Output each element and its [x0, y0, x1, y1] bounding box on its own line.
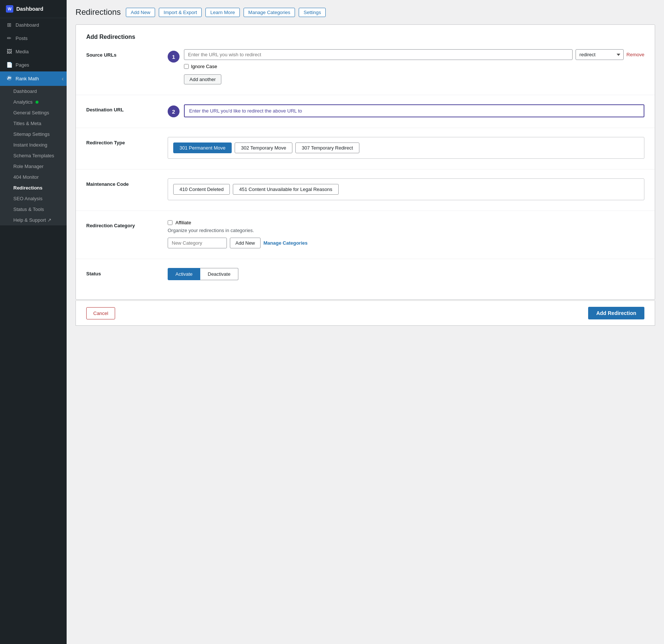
type-302-button[interactable]: 302 Temporary Move — [235, 142, 292, 153]
add-new-button[interactable]: Add New — [126, 8, 155, 17]
sidebar-item-sub-schema[interactable]: Schema Templates — [0, 150, 67, 161]
sub-label: General Settings — [13, 110, 49, 115]
sidebar-submenu: Dashboard Analytics General Settings Tit… — [0, 86, 67, 225]
step-2-badge: 2 — [168, 105, 180, 117]
manage-categories-link[interactable]: Manage Categories — [264, 240, 308, 246]
sidebar-item-sub-dashboard[interactable]: Dashboard — [0, 86, 67, 97]
activate-button[interactable]: Activate — [168, 268, 200, 280]
import-export-button[interactable]: Import & Export — [159, 8, 202, 17]
rankmath-icon — [6, 75, 13, 82]
source-urls-row: Source URLs 1 redirect exact regex Remov… — [86, 49, 644, 84]
sub-label: Status & Tools — [13, 207, 44, 212]
sub-label: Analytics — [13, 99, 33, 105]
page-title: Redirections — [76, 7, 121, 17]
sidebar-item-sub-analytics[interactable]: Analytics — [0, 97, 67, 107]
ignore-case-row: Ignore Case — [184, 64, 644, 69]
ignore-case-checkbox[interactable] — [184, 64, 189, 69]
pages-icon: 📄 — [6, 62, 13, 68]
maintenance-code-content: 410 Content Deleted 451 Content Unavaila… — [168, 178, 644, 200]
redirection-category-label: Redirection Category — [86, 220, 160, 228]
sidebar-item-sub-titles[interactable]: Titles & Meta — [0, 118, 67, 129]
sidebar-item-sub-sitemap[interactable]: Sitemap Settings — [0, 129, 67, 140]
add-redirection-button[interactable]: Add Redirection — [588, 307, 644, 319]
status-button-group: Activate Deactivate — [168, 268, 644, 280]
maintenance-code-group: 410 Content Deleted 451 Content Unavaila… — [168, 178, 644, 200]
remove-source-url-link[interactable]: Remove — [627, 52, 644, 57]
manage-categories-button[interactable]: Manage Categories — [244, 8, 295, 17]
destination-url-row: Destination URL 2 — [86, 104, 644, 117]
destination-url-label: Destination URL — [86, 104, 160, 113]
type-301-button[interactable]: 301 Permanent Move — [173, 142, 232, 153]
sub-label: Help & Support ↗ — [13, 217, 51, 223]
sidebar-item-sub-general[interactable]: General Settings — [0, 107, 67, 118]
ignore-case-label[interactable]: Ignore Case — [191, 64, 217, 69]
source-urls-content: 1 redirect exact regex Remove — [168, 49, 644, 84]
sub-label: SEO Analysis — [13, 196, 43, 201]
settings-button[interactable]: Settings — [299, 8, 326, 17]
dashboard-icon: ⊞ — [6, 22, 13, 28]
sidebar-item-sub-role[interactable]: Role Manager — [0, 161, 67, 172]
learn-more-button[interactable]: Learn More — [205, 8, 239, 17]
sidebar-item-rank-math[interactable]: Rank Math ‹ — [0, 71, 67, 86]
sidebar-item-pages[interactable]: 📄 Pages — [0, 58, 67, 71]
add-another-button[interactable]: Add another — [184, 74, 221, 84]
card-title: Add Redirections — [86, 34, 644, 40]
sub-label: Titles & Meta — [13, 121, 41, 126]
sidebar-item-sub-redirections[interactable]: Redirections — [0, 182, 67, 193]
form-footer: Cancel Add Redirection — [76, 301, 655, 326]
status-label: Status — [86, 268, 160, 276]
posts-icon: ✏ — [6, 35, 13, 41]
sidebar-item-sub-404[interactable]: 404 Monitor — [0, 172, 67, 182]
type-307-button[interactable]: 307 Temporary Redirect — [295, 142, 359, 153]
status-row: Status Activate Deactivate — [86, 268, 644, 280]
source-urls-label: Source URLs — [86, 49, 160, 58]
maint-410-button[interactable]: 410 Content Deleted — [173, 184, 230, 195]
cancel-button[interactable]: Cancel — [86, 307, 115, 319]
deactivate-button[interactable]: Deactivate — [200, 268, 238, 280]
sidebar-item-media[interactable]: 🖼 Media — [0, 45, 67, 58]
maint-451-button[interactable]: 451 Content Unavailable for Legal Reason… — [233, 184, 339, 195]
sidebar-item-sub-status[interactable]: Status & Tools — [0, 204, 67, 215]
sidebar-item-sub-help[interactable]: Help & Support ↗ — [0, 215, 67, 225]
main-content: Redirections Add New Import & Export Lea… — [67, 0, 664, 644]
category-hint: Organize your redirections in categories… — [168, 228, 644, 233]
chevron-icon: ‹ — [62, 76, 64, 82]
sub-label: 404 Monitor — [13, 174, 39, 180]
sub-label: Schema Templates — [13, 153, 54, 158]
redirection-type-content: 301 Permanent Move 302 Temporary Move 30… — [168, 137, 644, 159]
source-url-row-1: redirect exact regex Remove — [184, 49, 644, 60]
divider-5 — [76, 259, 655, 259]
sidebar-logo: W Dashboard — [0, 0, 67, 18]
redirection-category-row: Redirection Category Affiliate Organize … — [86, 220, 644, 248]
media-icon: 🖼 — [6, 48, 13, 54]
page-header: Redirections Add New Import & Export Lea… — [76, 7, 655, 17]
affiliate-checkbox[interactable] — [168, 220, 172, 225]
maintenance-code-label: Maintenance Code — [86, 178, 160, 187]
sidebar-item-label: Rank Math — [16, 76, 39, 81]
add-new-category-button[interactable]: Add New — [230, 238, 261, 248]
sub-label: Redirections — [13, 185, 43, 191]
sub-label: Dashboard — [13, 88, 37, 94]
redirection-type-group: 301 Permanent Move 302 Temporary Move 30… — [168, 137, 644, 159]
sub-label: Instant Indexing — [13, 142, 47, 148]
divider-2 — [76, 128, 655, 128]
destination-url-input[interactable] — [184, 104, 644, 117]
divider-4 — [76, 211, 655, 211]
redirection-category-content: Affiliate Organize your redirections in … — [168, 220, 644, 248]
source-url-type-select[interactable]: redirect exact regex — [576, 49, 624, 60]
divider-3 — [76, 169, 655, 170]
sidebar-item-sub-indexing[interactable]: Instant Indexing — [0, 140, 67, 150]
new-category-input[interactable] — [168, 238, 227, 248]
source-url-input[interactable] — [184, 49, 573, 60]
redirection-type-label: Redirection Type — [86, 137, 160, 145]
affiliate-label[interactable]: Affiliate — [175, 220, 191, 225]
add-redirections-card: Add Redirections Source URLs 1 redirect … — [76, 24, 655, 300]
divider-1 — [76, 95, 655, 95]
sidebar: W Dashboard ⊞ Dashboard ✏ Posts 🖼 Media … — [0, 0, 67, 644]
sidebar-item-sub-seo[interactable]: SEO Analysis — [0, 193, 67, 204]
sidebar-item-posts[interactable]: ✏ Posts — [0, 31, 67, 45]
category-add-row: Add New Manage Categories — [168, 238, 644, 248]
affiliate-checkbox-row: Affiliate — [168, 220, 644, 225]
sidebar-item-dashboard[interactable]: ⊞ Dashboard — [0, 18, 67, 31]
step-1-badge: 1 — [168, 51, 180, 63]
